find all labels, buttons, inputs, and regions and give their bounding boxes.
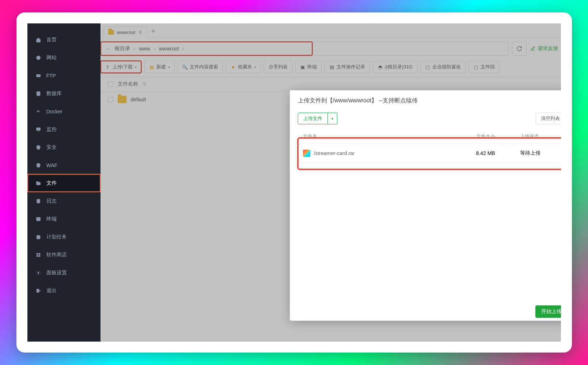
svg-rect-14 — [39, 255, 40, 257]
upload-file-status: 等待上传 — [520, 150, 560, 157]
modal-title: 上传文件到【/www/wwwroot】 --支持断点续传 — [290, 90, 561, 110]
sidebar-item-waf[interactable]: WAF — [27, 156, 100, 174]
clear-list-button[interactable]: 清空列表 — [535, 113, 561, 124]
sidebar-item-cron[interactable]: 计划任务 — [27, 228, 100, 246]
sidebar-item-logout[interactable]: 退出 — [27, 282, 100, 300]
sidebar-item-docker[interactable]: Docker — [27, 102, 100, 120]
logout-icon — [35, 288, 41, 294]
svg-rect-9 — [36, 217, 40, 221]
sidebar-item-label: 日志 — [46, 198, 57, 204]
svg-rect-13 — [37, 255, 38, 257]
svg-rect-6 — [38, 110, 38, 110]
sidebar-item-label: 面板设置 — [46, 270, 67, 276]
svg-rect-4 — [38, 111, 38, 112]
sidebar-item-security[interactable]: 安全 — [27, 138, 100, 156]
svg-rect-3 — [37, 111, 37, 112]
sidebar-item-files[interactable]: 文件 — [27, 174, 100, 192]
upload-file-name: /streamer-card.rar — [314, 150, 355, 156]
sidebar-item-label: FTP — [46, 73, 56, 79]
sidebar-item-store[interactable]: 软件商店 — [27, 246, 100, 264]
folder-icon — [35, 180, 41, 186]
log-icon — [35, 198, 41, 204]
start-upload-button[interactable]: 开始上传 — [535, 305, 561, 318]
svg-rect-1 — [36, 74, 40, 77]
shield-check-icon — [35, 162, 41, 168]
globe-icon — [35, 55, 41, 61]
upload-row[interactable]: /streamer-card.rar 8.42 MB 等待上传 — [298, 144, 561, 163]
terminal-icon — [35, 216, 41, 222]
sidebar-item-settings[interactable]: 面板设置 — [27, 264, 100, 282]
sidebar-item-logs[interactable]: 日志 — [27, 192, 100, 210]
col-status: 上传状态 — [520, 133, 560, 140]
sidebar-item-label: 退出 — [46, 287, 57, 294]
sidebar-item-monitor[interactable]: 监控 — [27, 120, 100, 138]
sidebar-item-ftp[interactable]: FTP — [27, 67, 100, 84]
sidebar-item-label: 数据库 — [46, 90, 62, 97]
ftp-icon — [35, 73, 41, 79]
upload-dropdown-button[interactable]: ▾ — [328, 113, 337, 124]
monitor-icon — [35, 127, 41, 132]
upload-file-size: 8.42 MB — [476, 150, 520, 156]
sidebar-item-label: 网站 — [46, 54, 57, 61]
sidebar-item-label: Docker — [46, 109, 62, 114]
sidebar-item-label: WAF — [46, 162, 58, 168]
archive-icon — [303, 150, 310, 157]
sidebar-item-label: 终端 — [46, 216, 57, 222]
sidebar-item-label: 首页 — [46, 37, 57, 43]
gear-icon — [35, 270, 41, 276]
svg-point-15 — [38, 272, 39, 274]
database-icon — [35, 91, 41, 97]
upload-modal: ✕ 上传文件到【/www/wwwroot】 --支持断点续传 上传文件 ▾ 清空… — [290, 90, 561, 321]
upload-file-button[interactable]: 上传文件 — [298, 113, 328, 124]
svg-rect-12 — [39, 253, 40, 255]
sidebar-item-label: 监控 — [46, 126, 57, 133]
chevron-down-icon: ▾ — [331, 117, 333, 121]
svg-rect-10 — [37, 235, 40, 238]
sidebar-item-label: 文件 — [46, 180, 57, 187]
col-filesize: 文件大小 — [476, 133, 520, 140]
calendar-icon — [35, 234, 41, 240]
sidebar-item-label: 安全 — [46, 144, 57, 151]
home-icon — [35, 37, 41, 43]
sidebar: 首页 网站 FTP 数据库 Docker 监控 安全 WAF 文件 日志 终端 … — [27, 23, 100, 342]
sidebar-item-home[interactable]: 首页 — [27, 31, 100, 49]
svg-rect-11 — [37, 253, 38, 255]
sidebar-item-database[interactable]: 数据库 — [27, 84, 100, 102]
sidebar-item-site[interactable]: 网站 — [27, 49, 100, 67]
svg-rect-7 — [36, 128, 40, 130]
shield-icon — [35, 144, 41, 150]
upload-table: 文件名 文件大小 上传状态 /streamer-card.rar 8.42 MB… — [298, 129, 561, 163]
docker-icon — [35, 109, 41, 114]
sidebar-item-label: 软件商店 — [46, 252, 67, 258]
main-content: wwwroot ✕ ＋ ← 根目录 › www › wwwroot › — [100, 23, 561, 342]
grid-icon — [35, 252, 41, 258]
sidebar-item-label: 计划任务 — [46, 234, 67, 240]
sidebar-item-terminal[interactable]: 终端 — [27, 210, 100, 228]
col-filename: 文件名 — [303, 133, 476, 140]
svg-rect-5 — [39, 111, 39, 112]
